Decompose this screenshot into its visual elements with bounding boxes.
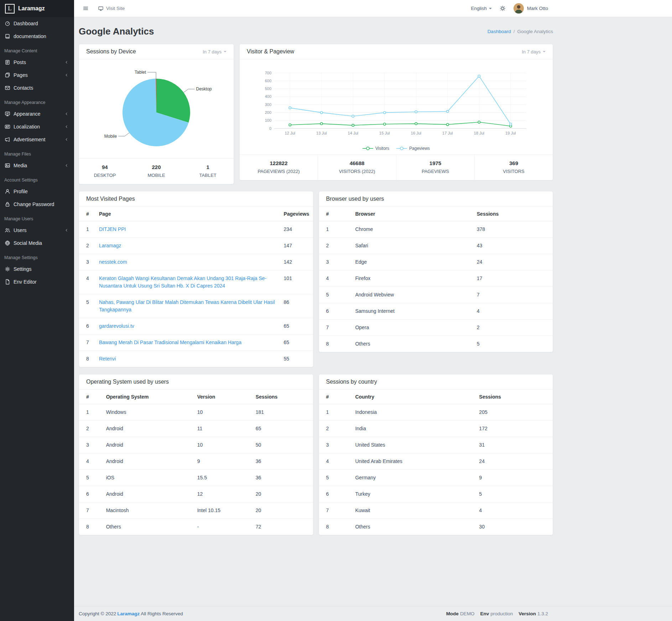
data-point <box>320 111 322 114</box>
data-point <box>383 111 385 114</box>
book-icon <box>5 33 10 39</box>
column-header: Page <box>95 207 280 221</box>
sidebar-item-profile[interactable]: Profile <box>0 185 74 198</box>
caret-down-icon <box>543 51 546 52</box>
table-row: 7Kuwait4 <box>319 502 553 519</box>
data-point <box>383 123 385 125</box>
sidebar-item-label: Dashboard <box>14 21 38 26</box>
sidebar-item-label: Localization <box>14 124 40 130</box>
table-row: 6Turkey5 <box>319 486 553 502</box>
card-title: Operating System used by users <box>86 379 169 385</box>
visitor-pageview-line-chart: 010020030040050060070012 Jul13 Jul14 Jul… <box>256 68 537 144</box>
sidebar-toggle-button[interactable] <box>83 5 89 11</box>
users-icon <box>5 227 10 233</box>
page-content: Google Analytics Dashboard/Google Analyt… <box>74 17 553 606</box>
sidebar-item-localization[interactable]: Localization <box>0 120 74 133</box>
sidebar-item-dashboard[interactable]: Dashboard <box>0 17 74 30</box>
sidebar-item-appearance[interactable]: Appearance <box>0 107 74 120</box>
posts-icon <box>5 59 10 65</box>
pie-label-mobile: Mobile <box>104 134 117 139</box>
sidebar-item-users[interactable]: Users <box>0 224 74 237</box>
page-link[interactable]: Bawang Merah Di Pasar Tradisional Mengal… <box>99 340 241 345</box>
envelope-icon <box>5 85 10 91</box>
footer-brand-link[interactable]: Laramagz <box>117 611 140 616</box>
table-cell: Others <box>351 519 475 535</box>
period-dropdown[interactable]: In 7 days <box>203 49 226 54</box>
page-link[interactable]: Keraton Glagah Wangi Kesultanan Demak Ak… <box>99 275 266 289</box>
breadcrumb-dashboard-link[interactable]: Dashboard <box>488 29 511 34</box>
chevron-left-icon <box>64 137 69 142</box>
table-row: 6Android1220 <box>79 486 313 502</box>
table-cell: 4 <box>319 270 352 287</box>
sidebar-item-advertisement[interactable]: Advertisement <box>0 133 74 146</box>
table-cell: 36 <box>252 470 313 486</box>
sidebar-item-pages[interactable]: Pages <box>0 69 74 81</box>
table-cell: 3 <box>319 254 352 270</box>
legend-item-pageviews[interactable]: Pageviews <box>396 146 430 151</box>
period-dropdown[interactable]: In 7 days <box>522 49 546 54</box>
stat-label: PAGEVIEWS <box>399 169 472 174</box>
language-dropdown[interactable]: English <box>471 6 491 11</box>
table-cell: Firefox <box>351 270 473 287</box>
theme-toggle-button[interactable] <box>500 5 506 11</box>
table-cell: United Arab Emirates <box>351 453 475 470</box>
sidebar-item-documentation[interactable]: documentation <box>0 30 74 43</box>
column-header: # <box>319 390 352 404</box>
page-link[interactable]: Retenvi <box>99 356 116 362</box>
table-cell: 10 <box>194 404 252 421</box>
table-cell: 3 <box>79 254 95 270</box>
sidebar-item-settings[interactable]: Settings <box>0 263 74 275</box>
footer-meta-mode: ModeDEMO <box>446 611 475 616</box>
table-row: 7Bawang Merah Di Pasar Tradisional Menga… <box>79 335 313 351</box>
table-cell: 7 <box>79 335 95 351</box>
table-cell: Turkey <box>351 486 475 502</box>
sidebar-item-env-editor[interactable]: Env Editor <box>0 275 74 288</box>
sidebar-section-header: Manage Users <box>0 211 74 224</box>
sidebar-item-change-password[interactable]: Change Password <box>0 198 74 211</box>
page-link[interactable]: Laramagz <box>99 243 121 248</box>
table-row: 3United States31 <box>319 437 553 453</box>
pie-label-desktop: Desktop <box>196 86 212 91</box>
page-link[interactable]: Nahas, Pawang Ular Di Blitar Malah Ditem… <box>99 299 275 312</box>
sidebar-item-media[interactable]: Media <box>0 159 74 172</box>
svg-text:100: 100 <box>265 118 271 122</box>
data-point <box>509 123 511 125</box>
user-menu[interactable]: Mark Otto <box>514 3 548 14</box>
table-row: 6gardarevolusi.tv65 <box>79 318 313 335</box>
main-area: Visit Site English Mark Otto Google Anal… <box>74 0 672 621</box>
table-cell: 20 <box>252 502 313 519</box>
sidebar-item-social-media[interactable]: Social Media <box>0 237 74 249</box>
data-point <box>415 122 417 125</box>
table-cell: Android <box>103 421 194 437</box>
table-row: 4Firefox17 <box>319 270 553 287</box>
sidebar-item-contacts[interactable]: Contacts <box>0 81 74 94</box>
menu-icon <box>83 5 89 11</box>
page-link[interactable]: DITJEN PPI <box>99 226 126 232</box>
table-cell: 6 <box>319 303 352 320</box>
table-cell: 2 <box>473 320 553 336</box>
operating-system-card: Operating System used by users #Operatin… <box>79 374 313 535</box>
visitor-stats-row: 122822PAGEVIEWS (2022)46688VISITORS (202… <box>240 154 553 180</box>
table-cell: 7 <box>319 320 352 336</box>
page-link[interactable]: nesstek.com <box>99 259 127 265</box>
table-header-row: #PagePageviews <box>79 207 313 221</box>
table-cell: Germany <box>351 470 475 486</box>
page-title: Google Analytics <box>79 26 154 37</box>
visit-site-link[interactable]: Visit Site <box>98 6 125 11</box>
page-link[interactable]: gardarevolusi.tv <box>99 323 134 329</box>
brand[interactable]: L Laramagz <box>0 0 74 17</box>
table-cell: 30 <box>475 519 553 535</box>
table-cell: Macintosh <box>103 502 194 519</box>
footer: Copyright © 2022LaramagzAll Rights Reser… <box>74 606 672 621</box>
data-point <box>289 124 291 126</box>
card-title: Most Visited Pages <box>86 196 135 202</box>
stat-label: DESKTOP <box>82 173 128 178</box>
legend-item-visitors[interactable]: Visitors <box>363 146 389 151</box>
sidebar-item-label: Posts <box>14 59 26 65</box>
svg-text:14 Jul: 14 Jul <box>348 131 358 135</box>
table-row: 1DITJEN PPI234 <box>79 221 313 238</box>
table-row: 2Android1165 <box>79 421 313 437</box>
sidebar-item-posts[interactable]: Posts <box>0 56 74 69</box>
table-cell: 4 <box>319 453 352 470</box>
bullhorn-icon <box>5 137 10 142</box>
